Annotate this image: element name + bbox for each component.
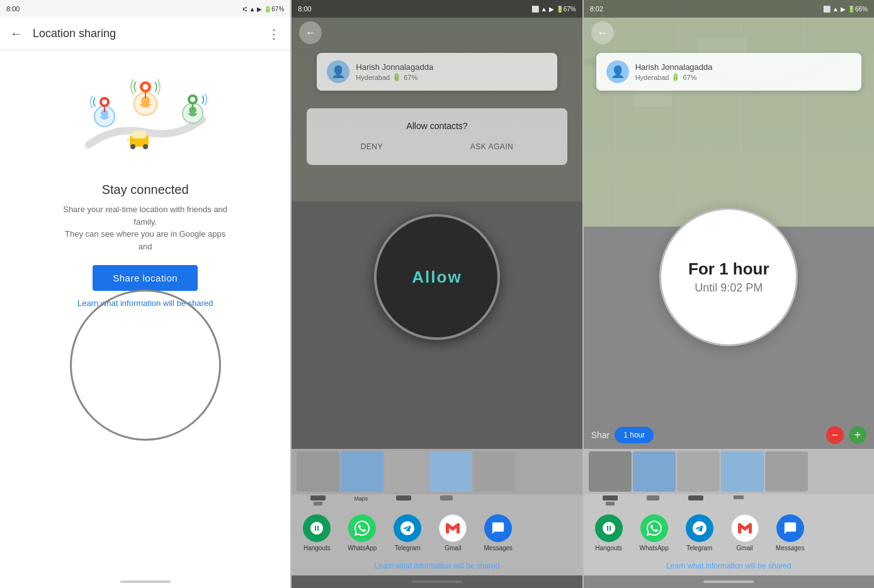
whatsapp-item-2[interactable]: WhatsApp: [339, 514, 385, 551]
ask-again-button[interactable]: ASK AGAIN: [463, 139, 521, 155]
apps-section-2: Maps Hangouts WhatsApp: [292, 449, 582, 575]
signal-icon: ▶: [257, 6, 262, 13]
wifi-icon: ▲: [249, 6, 255, 13]
messages-item-3[interactable]: Messages: [768, 514, 813, 551]
loc-sub-3: Hyderabad 🔋 67%: [635, 73, 851, 81]
whatsapp-icon-2: [348, 514, 376, 542]
hangouts-label-3: Hangouts: [595, 545, 622, 551]
telegram-item-3[interactable]: Telegram: [677, 514, 722, 551]
screen-icon: ⬜: [531, 6, 539, 13]
page-title-1: Location sharing: [33, 27, 268, 40]
whatsapp-label-3: WhatsApp: [640, 545, 669, 551]
wifi-icon-3: ▲: [832, 6, 839, 13]
loc-name-3: Harish Jonnalagadda: [635, 62, 851, 72]
msg-apps-row-3: Hangouts WhatsApp Telegram Gmail: [584, 509, 874, 557]
share-plus-button[interactable]: +: [849, 426, 866, 444]
stay-connected-subtitle: Share your real-time location with frien…: [57, 203, 234, 252]
back-button-2[interactable]: ←: [299, 21, 322, 44]
whatsapp-icon-3: [640, 514, 668, 542]
thumb-label-3-1: [589, 495, 632, 506]
gmail-icon-3: [731, 514, 759, 542]
status-bar-2: 8:00 ⬜ ▲ ▶ 🔋67%: [292, 0, 582, 18]
back-row-3: ←: [584, 18, 874, 48]
hangouts-item-3[interactable]: Hangouts: [586, 514, 632, 551]
allow-buttons-2: DENY ASK AGAIN: [317, 139, 557, 155]
gmail-item-3[interactable]: Gmail: [722, 514, 768, 551]
share-label-3: Shar: [591, 430, 610, 440]
more-button-1[interactable]: ⋮: [268, 26, 280, 42]
whatsapp-label-2: WhatsApp: [348, 545, 377, 551]
messages-icon-2: [484, 514, 512, 542]
gmail-icon-2: [439, 514, 467, 542]
status-bar-3: 8:02 ⬜ ▲ ▶ 🔋66%: [584, 0, 874, 18]
svg-point-7: [102, 99, 107, 105]
back-button-3[interactable]: ←: [591, 21, 614, 44]
telegram-icon-2: [394, 514, 421, 542]
bottom-section-3: Shar 1 hour − +: [584, 421, 874, 575]
until-time-text: Until 9:02 PM: [695, 281, 763, 295]
battery-icon: 🔋67%: [264, 6, 284, 13]
share-time-button-3[interactable]: 1 hour: [615, 427, 654, 443]
thumb-row-2: [292, 449, 582, 494]
share-row-3: Shar 1 hour − +: [584, 421, 874, 449]
phone-screen-1: 8:00 ⑆ ▲ ▶ 🔋67% ← Location sharing ⋮: [0, 0, 290, 588]
battery-icon-3: 🔋66%: [848, 6, 868, 13]
hangouts-item-2[interactable]: Hangouts: [294, 514, 339, 551]
sim-icon: ⑆: [243, 6, 247, 13]
telegram-item-2[interactable]: Telegram: [385, 514, 430, 551]
learn-link-3[interactable]: Learn what information will be shared: [584, 557, 874, 575]
allow-text-2: Allow contacts?: [317, 121, 557, 131]
app-label-4: [425, 495, 468, 506]
deny-button[interactable]: DENY: [353, 139, 390, 155]
back-row-2: ←: [292, 18, 582, 48]
messages-icon-3: [776, 514, 804, 542]
whatsapp-item-3[interactable]: WhatsApp: [632, 514, 677, 551]
phone1-content: Stay connected Share your real-time loca…: [0, 50, 290, 575]
location-card-3: 👤 Harish Jonnalagadda Hyderabad 🔋 67%: [596, 53, 861, 91]
avatar-2: 👤: [327, 60, 349, 83]
app-label-maps: Maps: [339, 495, 382, 506]
messages-item-2[interactable]: Messages: [475, 514, 521, 551]
share-location-button[interactable]: Share location: [93, 265, 198, 291]
status-bar-1: 8:00 ⑆ ▲ ▶ 🔋67%: [0, 0, 290, 18]
telegram-label-2: Telegram: [395, 545, 421, 551]
share-minus-button[interactable]: −: [826, 426, 844, 444]
gmail-item-2[interactable]: Gmail: [430, 514, 475, 551]
phone-screen-2: 8:00 ⬜ ▲ ▶ 🔋67% ← 👤 Harish Jonnalagadda …: [292, 0, 582, 588]
learn-link-2[interactable]: Learn what information will be shared: [292, 557, 582, 575]
wifi-icon-2: ▲: [541, 6, 547, 13]
stay-connected-title: Stay connected: [102, 183, 189, 197]
back-button-1[interactable]: ←: [10, 26, 23, 41]
gmail-label-2: Gmail: [445, 545, 461, 551]
messages-label-3: Messages: [776, 545, 805, 551]
status-icons-3: ⬜ ▲ ▶ 🔋66%: [823, 6, 868, 13]
thumb-label-3-4: [717, 495, 760, 506]
gmail-label-3: Gmail: [737, 545, 753, 551]
avatar-3: 👤: [606, 60, 629, 83]
for-1-hour-text: For 1 hour: [688, 259, 769, 279]
thumb-3-1: [589, 451, 632, 492]
svg-point-17: [190, 97, 195, 102]
svg-point-12: [142, 84, 148, 90]
thumb-3-3: [677, 451, 720, 492]
status-icons-1: ⑆ ▲ ▶ 🔋67%: [243, 6, 284, 13]
time-circle-3: For 1 hour Until 9:02 PM: [659, 208, 798, 346]
phone-screen-3: 8:02 ⬜ ▲ ▶ 🔋66% ← 👤 Harish Jonnalagadda …: [584, 0, 874, 588]
allow-circle[interactable]: Allow: [374, 214, 500, 340]
loc-name-2: Harish Jonnalagadda: [356, 62, 547, 72]
thumb-2: [341, 451, 383, 492]
thumb-label-3-2: [632, 495, 674, 506]
loc-info-2: Harish Jonnalagadda Hyderabad 🔋 67%: [356, 62, 547, 81]
thumb-4: [429, 451, 472, 492]
learn-link-1[interactable]: Learn what information will be shared: [77, 298, 213, 308]
hangouts-icon-3: [595, 514, 623, 542]
svg-rect-22: [634, 88, 672, 107]
home-indicator-3: [703, 580, 754, 583]
allow-circle-text: Allow: [412, 268, 462, 287]
svg-point-3: [143, 144, 148, 149]
status-time-3: 8:02: [590, 5, 603, 13]
app-label-m: [297, 495, 339, 506]
loc-info-3: Harish Jonnalagadda Hyderabad 🔋 67%: [635, 62, 851, 81]
location-illustration: [70, 57, 221, 170]
circle-highlight-1: [70, 290, 221, 441]
